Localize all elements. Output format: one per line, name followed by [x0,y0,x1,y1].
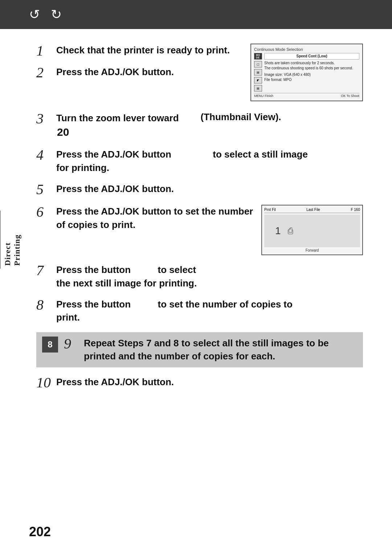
step-2-content: Press the ADJ./OK button. [56,65,243,78]
icon-right: ↻ [51,7,62,22]
steps-1-2-row: 1 Check that the printer is ready to pri… [36,44,363,101]
continuous-mode-screen: Continuous Mode Selection MODE ▢ ▤ ◤ ▤ S… [250,44,363,101]
step-5: 5 Press the ADJ./OK button. [36,182,363,197]
step-6-content: Press the ADJ./OK button to set the numb… [56,205,254,231]
screen1-icons: MODE ▢ ▤ ◤ ▤ [254,53,262,91]
step-8-part3: print. [56,312,80,323]
print-number: 1 [275,225,281,237]
step-4-number: 4 [36,148,56,162]
print-col1: Prnt Fil [264,208,276,212]
step-3-content: Turn the zoom lever toward 20 (Thumbnail… [56,111,281,140]
screen1-mockup: Continuous Mode Selection MODE ▢ ▤ ◤ ▤ S… [250,44,363,101]
step-3-number: 3 [36,111,56,126]
step-8-part2: to set the number of copies to [158,299,293,310]
step-3: 3 Turn the zoom lever toward 20 (Thumbna… [36,111,363,140]
step-5-number: 5 [36,182,56,197]
page-container: ↺ ↻ Direct Printing 1 Check that the pri… [0,0,392,554]
step-6-number: 6 [36,205,56,219]
step-3-bold20: 20 [56,125,179,140]
step-1: 1 Check that the printer is ready to pri… [36,44,243,58]
step-1-number: 1 [36,44,56,58]
step-4-right: to select a still image [213,149,308,160]
print-screen-body: 1 ⎙ [264,215,360,247]
screen1-desc2: The continuous shooting speed is 60 shot… [264,66,359,71]
screen1-footer-right: OK To Shoot [341,94,359,98]
print-col3: F 160 [351,208,360,212]
screen1-title: Continuous Mode Selection [254,47,359,52]
screen-icon-2: ▤ [254,69,262,76]
step-2-number: 2 [36,65,56,80]
page-number: 202 [29,524,51,539]
step-7-content: Press the button to select the next stil… [56,263,363,290]
screen1-text: Speed Cont (Low) Shots are taken continu… [264,53,359,91]
step-7-part1: Press the button [56,264,131,275]
screen2-mockup: Prnt Fil Last File F 160 1 ⎙ Forward [261,205,363,255]
step-7-number: 7 [36,263,56,278]
step-9-badge: 8 [42,337,58,353]
screen1-footer: MENU Finish OK To Shoot [254,93,359,98]
step-10-number: 10 [36,375,56,390]
step-4-gap [174,148,210,161]
step-4-content: Press the ADJ./OK button to select a sti… [56,148,363,174]
step-8-part1: Press the button [56,299,131,310]
main-content: 1 Check that the printer is ready to pri… [0,29,392,419]
screen-icon-1: ▢ [254,61,262,68]
screen-icon-3: ◤ [254,77,262,83]
step-6-row: 6 Press the ADJ./OK button to set the nu… [36,205,363,255]
step-7: 7 Press the button to select the next st… [36,263,363,290]
print-col2: Last File [306,208,320,212]
screen-icon-mode: MODE [254,53,262,60]
step-7-part3: the next still image for printing. [56,278,197,289]
screen1-desc1: Shots are taken continuously for 2 secon… [264,61,359,66]
step-5-content: Press the ADJ./OK button. [56,182,363,195]
step-4: 4 Press the ADJ./OK button to select a s… [36,148,363,174]
screen-icon-4: ▤ [254,85,262,91]
screen1-desc3: Image size: VGA (640 x 480) [264,72,359,77]
step-8: 8 Press the button to set the number of … [36,298,363,324]
print-icon: ⎙ [288,226,293,236]
step-8-button-gap [133,298,155,311]
step-9-content: Repeat Steps 7 and 8 to select all the s… [84,337,357,363]
step-8-content: Press the button to set the number of co… [56,298,363,324]
step-3-left: Turn the zoom lever toward 20 [56,111,179,140]
step-1-content: Check that the printer is ready to print… [56,44,243,57]
step-4-left: Press the ADJ./OK button [56,149,171,160]
step-4-line2: for printing. [56,162,109,173]
step-3-right: (Thumbnail View). [201,111,281,123]
screen1-footer-left: MENU Finish [254,94,273,98]
step-6-main: 6 Press the ADJ./OK button to set the nu… [36,205,254,231]
print-screen: Prnt Fil Last File F 160 1 ⎙ Forward [261,205,363,255]
screen1-desc4: File format: MPO [264,77,359,82]
step-9-row: 8 9 Repeat Steps 7 and 8 to select all t… [36,332,363,367]
header-bar: ↺ ↻ [0,0,392,29]
step-2: 2 Press the ADJ./OK button. [36,65,243,80]
step-8-number: 8 [36,298,56,312]
print-screen-header: Prnt Fil Last File F 160 [264,208,360,213]
print-screen-footer: Forward [264,247,360,252]
step-7-button-gap [133,263,155,276]
screen1-speed: Speed Cont (Low) [264,53,359,60]
steps-1-2-left: 1 Check that the printer is ready to pri… [36,44,243,90]
step-7-part2: to select [158,264,196,275]
step-9-number: 9 [64,337,84,351]
step-10: 10 Press the ADJ./OK button. [36,375,363,390]
step-9-inner: 9 Repeat Steps 7 and 8 to select all the… [64,337,357,363]
step-10-content: Press the ADJ./OK button. [56,375,363,388]
screen1-body: MODE ▢ ▤ ◤ ▤ Speed Cont (Low) Shots are … [254,53,359,91]
icon-left: ↺ [29,7,40,22]
